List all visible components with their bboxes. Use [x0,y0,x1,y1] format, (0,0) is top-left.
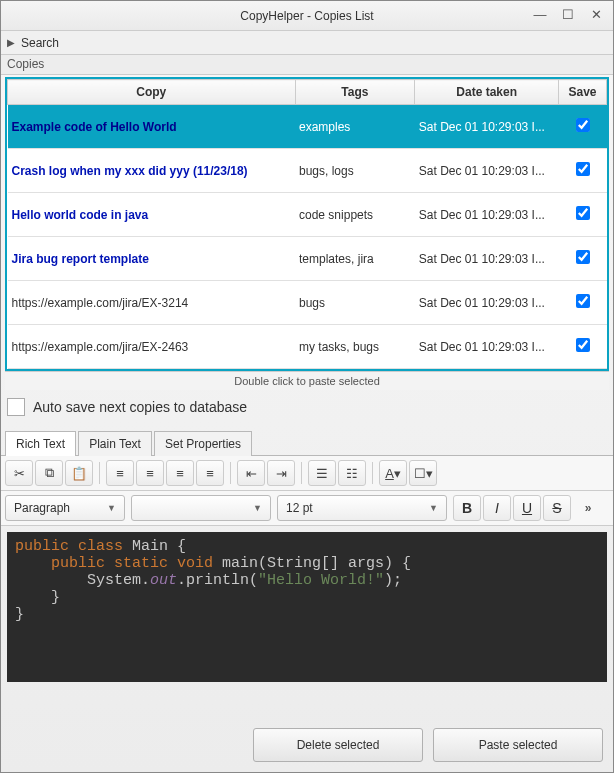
table-cell [559,105,607,149]
table-row[interactable]: Crash log when my xxx did yyy (11/23/18)… [8,149,607,193]
table-cell: Sat Dec 01 10:29:03 I... [415,105,559,149]
autosave-label: Auto save next copies to database [33,399,247,415]
table-cell: bugs [295,281,415,325]
titlebar: CopyHelper - Copies List — ☐ ✕ [1,1,613,31]
autosave-checkbox[interactable] [7,398,25,416]
table-cell: Sat Dec 01 10:29:03 I... [415,325,559,369]
table-row[interactable]: Example code of Hello WorldexamplesSat D… [8,105,607,149]
separator-icon [301,462,302,484]
cut-button[interactable]: ✂ [5,460,33,486]
table-row[interactable]: https://example.com/jira/EX-2463my tasks… [8,325,607,369]
window-controls: — ☐ ✕ [527,3,609,25]
footer-buttons: Delete selected Paste selected [1,718,613,772]
save-checkbox[interactable] [576,162,590,176]
align-right-button[interactable]: ≡ [166,460,194,486]
tab-plain-text[interactable]: Plain Text [78,431,152,456]
chevron-down-icon: ▼ [429,503,438,513]
save-checkbox[interactable] [576,250,590,264]
chevron-down-icon: ▼ [107,503,116,513]
app-window: CopyHelper - Copies List — ☐ ✕ ▶ Search … [0,0,614,773]
editor-toolbar-2: Paragraph▼ ▼ 12 pt▼ B I U S » [1,491,613,526]
font-combo[interactable]: ▼ [131,495,271,521]
copies-table: Copy Tags Date taken Save Example code o… [7,79,607,369]
code-editor[interactable]: public class Main { public static void m… [7,532,607,682]
table-cell [559,281,607,325]
italic-button[interactable]: I [483,495,511,521]
size-combo[interactable]: 12 pt▼ [277,495,447,521]
col-copy[interactable]: Copy [8,80,296,105]
copy-link[interactable]: Jira bug report template [12,252,149,266]
autosave-row: Auto save next copies to database [1,390,613,424]
outdent-button[interactable]: ⇤ [237,460,265,486]
save-checkbox[interactable] [576,206,590,220]
search-label: Search [21,36,59,50]
paste-hint: Double click to paste selected [5,371,609,390]
more-button[interactable]: » [577,501,599,515]
strike-button[interactable]: S [543,495,571,521]
table-cell: Hello world code in java [8,193,296,237]
table-cell: my tasks, bugs [295,325,415,369]
copy-link[interactable]: Hello world code in java [12,208,149,222]
indent-button[interactable]: ⇥ [267,460,295,486]
chevron-right-icon: ▶ [7,37,15,48]
col-tags[interactable]: Tags [295,80,415,105]
table-cell: Sat Dec 01 10:29:03 I... [415,193,559,237]
table-cell [559,149,607,193]
table-cell: Sat Dec 01 10:29:03 I... [415,237,559,281]
copies-table-wrap: Copy Tags Date taken Save Example code o… [5,77,609,371]
bold-button[interactable]: B [453,495,481,521]
paste-button[interactable]: 📋 [65,460,93,486]
table-cell: Jira bug report template [8,237,296,281]
table-cell: https://example.com/jira/EX-2463 [8,325,296,369]
copy-link[interactable]: Example code of Hello World [12,120,177,134]
align-justify-button[interactable]: ≡ [196,460,224,486]
tab-set-properties[interactable]: Set Properties [154,431,252,456]
table-cell: Sat Dec 01 10:29:03 I... [415,281,559,325]
table-cell: Example code of Hello World [8,105,296,149]
table-cell: https://example.com/jira/EX-3214 [8,281,296,325]
font-color-button[interactable]: A▾ [379,460,407,486]
highlight-button[interactable]: ☐▾ [409,460,437,486]
save-checkbox[interactable] [576,338,590,352]
separator-icon [99,462,100,484]
table-cell: Sat Dec 01 10:29:03 I... [415,149,559,193]
table-cell [559,325,607,369]
separator-icon [230,462,231,484]
align-left-button[interactable]: ≡ [106,460,134,486]
tab-rich-text[interactable]: Rich Text [5,431,76,456]
copies-section-label: Copies [1,55,613,75]
paste-selected-button[interactable]: Paste selected [433,728,603,762]
table-row[interactable]: Jira bug report templatetemplates, jiraS… [8,237,607,281]
maximize-button[interactable]: ☐ [555,3,581,25]
minimize-button[interactable]: — [527,3,553,25]
table-cell [559,193,607,237]
number-list-button[interactable]: ☷ [338,460,366,486]
copy-button[interactable]: ⧉ [35,460,63,486]
table-cell: templates, jira [295,237,415,281]
table-cell: code snippets [295,193,415,237]
editor-toolbar-1: ✂ ⧉ 📋 ≡ ≡ ≡ ≡ ⇤ ⇥ ☰ ☷ A▾ ☐▾ [1,456,613,491]
close-button[interactable]: ✕ [583,3,609,25]
table-row[interactable]: https://example.com/jira/EX-3214bugsSat … [8,281,607,325]
copy-link[interactable]: Crash log when my xxx did yyy (11/23/18) [12,164,248,178]
col-date[interactable]: Date taken [415,80,559,105]
table-cell [559,237,607,281]
save-checkbox[interactable] [576,294,590,308]
underline-button[interactable]: U [513,495,541,521]
table-cell: Crash log when my xxx did yyy (11/23/18) [8,149,296,193]
bullet-list-button[interactable]: ☰ [308,460,336,486]
table-cell: examples [295,105,415,149]
save-checkbox[interactable] [576,118,590,132]
search-expander[interactable]: ▶ Search [1,31,613,55]
paragraph-combo[interactable]: Paragraph▼ [5,495,125,521]
separator-icon [372,462,373,484]
table-cell: bugs, logs [295,149,415,193]
align-center-button[interactable]: ≡ [136,460,164,486]
chevron-down-icon: ▼ [253,503,262,513]
col-save[interactable]: Save [559,80,607,105]
editor-tabs: Rich Text Plain Text Set Properties [1,430,613,456]
table-row[interactable]: Hello world code in javacode snippetsSat… [8,193,607,237]
window-title: CopyHelper - Copies List [240,9,373,23]
delete-selected-button[interactable]: Delete selected [253,728,423,762]
